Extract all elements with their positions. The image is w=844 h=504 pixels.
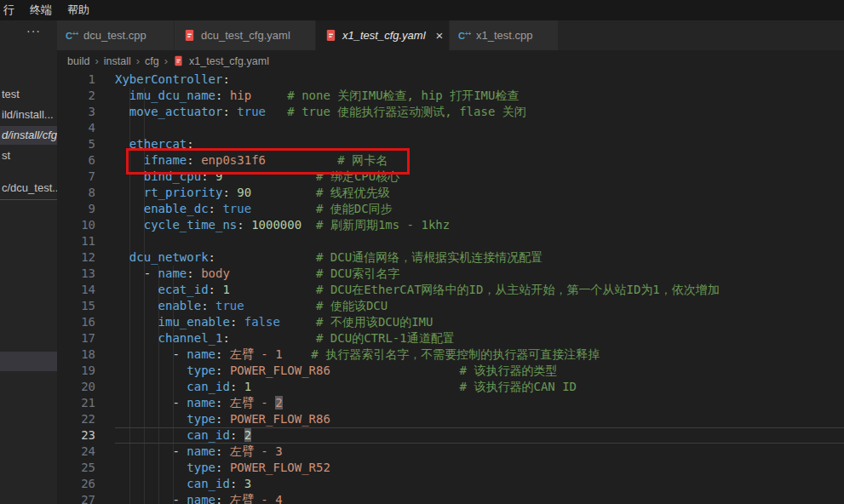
yaml-file-icon [324,29,337,42]
breadcrumb-file[interactable]: x1_test_cfg.yaml [189,55,269,67]
line-number: 3 [57,104,95,120]
code-text: - name: 左臂 - 3 [115,444,844,460]
code-text: enable: true # 使能该DCU [115,298,844,314]
code-text: - name: 左臂 - 1 # 执行器索引名字，不需要控制的执行器可直接注释掉 [115,346,844,363]
line-number: 22 [57,411,95,427]
code-text: - name: 左臂 - 4 [115,492,844,504]
code-line[interactable]: 1XyberController: [57,72,844,88]
chevron-right-icon: › [136,54,140,67]
line-number: 12 [57,249,95,266]
cpp-file-icon: C++ [458,29,471,42]
code-line[interactable]: 17 channel_1: # DCU的CTRL-1通道配置 [57,330,844,346]
sidebar-selected-row[interactable] [0,352,57,371]
breadcrumb-segment[interactable]: cfg [145,55,159,67]
code-line[interactable]: 10 cycle_time_ns: 1000000 # 刷新周期1ms - 1k… [57,217,844,233]
tab-label: x1_test.cpp [476,29,533,42]
code-line[interactable]: 19 type: POWER_FLOW_R86 # 该执行器的类型 [57,363,844,379]
code-text: can_id: 2 [115,427,844,444]
line-number: 19 [57,363,95,379]
svg-text:++: ++ [72,31,78,37]
svg-text:C: C [66,31,72,41]
breadcrumb-segment[interactable]: install [104,55,131,67]
tab-x1-test-cpp[interactable]: C++ x1_test.cpp [450,20,559,50]
line-number: 18 [57,346,95,363]
sidebar-divider [0,199,57,200]
editor[interactable]: 1XyberController:2 imu_dcu_name: hip # n… [57,72,844,504]
code-line[interactable]: 25 type: POWER_FLOW_R52 [57,460,844,476]
menu-item-terminal[interactable]: 终端 [22,3,60,18]
tab-label: dcu_test_cfg.yaml [201,29,290,42]
code-text: - name: 左臂 - 2 [115,395,844,411]
code-text: rt_priority: 90 # 线程优先级 [115,185,844,201]
code-text: dcu_network: # DCU通信网络，请根据实机连接情况配置 [115,249,844,266]
annotation-red-box [126,148,410,175]
line-number: 20 [57,379,95,395]
line-number: 15 [57,298,95,314]
line-number: 1 [57,72,95,88]
tab-label: dcu_test.cpp [83,29,146,42]
code-line[interactable]: 22 type: POWER_FLOW_R86 [57,411,844,427]
sidebar-item[interactable]: ild/install... [0,106,57,124]
code-text: move_actuator: true # true 使能执行器运动测试, fl… [115,104,844,120]
line-number: 26 [57,476,95,492]
menu-bar: 行 终端 帮助 [0,0,844,20]
line-number: 13 [57,266,95,282]
line-number: 21 [57,395,95,411]
tab-bar: C++ dcu_test.cpp dcu_test_cfg.yaml x1_te… [57,20,844,50]
line-number: 25 [57,460,95,476]
code-line[interactable]: 4 [57,120,844,136]
svg-text:++: ++ [465,31,471,37]
breadcrumb-segment[interactable]: build [67,55,89,67]
code-line[interactable]: 18 - name: 左臂 - 1 # 执行器索引名字，不需要控制的执行器可直接… [57,346,844,363]
code-line[interactable]: 13 - name: body # DCU索引名字 [57,266,844,282]
code-text: type: POWER_FLOW_R52 [115,460,844,476]
code-line[interactable]: 16 imu_enable: false # 不使用该DCU的IMU [57,314,844,330]
line-number: 14 [57,282,95,298]
line-number: 9 [57,201,95,217]
line-number: 27 [57,492,95,504]
close-icon[interactable]: × [436,29,444,42]
chevron-right-icon: › [95,54,98,67]
line-number: 11 [57,233,95,249]
code-line[interactable]: 23 can_id: 2 [57,427,844,444]
code-lines: 1XyberController:2 imu_dcu_name: hip # n… [57,72,844,504]
sidebar: ··· test ild/install... d/install/cfg st… [0,20,57,504]
yaml-file-icon [183,29,196,42]
sidebar-item-selected[interactable]: d/install/cfg [0,126,57,145]
code-line[interactable]: 15 enable: true # 使能该DCU [57,298,844,314]
code-line[interactable]: 11 [57,233,844,249]
menu-item-help[interactable]: 帮助 [60,3,97,18]
tab-dcu-test-cfg-yaml[interactable]: dcu_test_cfg.yaml [175,20,316,50]
line-number: 17 [57,330,95,346]
code-text [115,120,844,136]
code-text: enable_dc: true # 使能DC同步 [115,201,844,217]
tab-x1-test-cfg-yaml-active[interactable]: x1_test_cfg.yaml × [316,20,450,50]
code-text: cycle_time_ns: 1000000 # 刷新周期1ms - 1khz [115,217,844,233]
code-line[interactable]: 24 - name: 左臂 - 3 [57,444,844,460]
code-line[interactable]: 21 - name: 左臂 - 2 [57,395,844,411]
cpp-file-icon: C++ [66,29,78,42]
line-number: 7 [57,169,95,185]
yaml-file-icon [173,55,184,66]
code-line[interactable]: 8 rt_priority: 90 # 线程优先级 [57,185,844,201]
code-line[interactable]: 12 dcu_network: # DCU通信网络，请根据实机连接情况配置 [57,249,844,266]
line-number: 4 [57,120,95,136]
line-number: 10 [57,217,95,233]
sidebar-item[interactable]: st [0,146,57,165]
code-line[interactable]: 2 imu_dcu_name: hip # none 关闭IMU检查, hip … [57,88,844,104]
code-line[interactable]: 20 can_id: 1 # 该执行器的CAN ID [57,379,844,395]
code-line[interactable]: 27 - name: 左臂 - 4 [57,492,844,504]
code-text: type: POWER_FLOW_R86 [115,411,844,427]
line-number: 24 [57,444,95,460]
code-line[interactable]: 26 can_id: 3 [57,476,844,492]
menu-item-run[interactable]: 行 [0,3,22,18]
more-actions-button[interactable]: ··· [26,24,41,37]
sidebar-item[interactable]: c/dcu_test... [0,179,57,198]
line-number: 16 [57,314,95,330]
code-line[interactable]: 14 ecat_id: 1 # DCU在EtherCAT网络中的ID，从主站开始… [57,282,844,298]
tab-dcu-test-cpp[interactable]: C++ dcu_test.cpp [57,20,175,50]
code-line[interactable]: 9 enable_dc: true # 使能DC同步 [57,201,844,217]
vscode-window: 行 终端 帮助 ··· test ild/install... d/instal… [0,0,844,504]
code-line[interactable]: 3 move_actuator: true # true 使能执行器运动测试, … [57,104,844,120]
sidebar-item[interactable]: test [0,85,57,104]
